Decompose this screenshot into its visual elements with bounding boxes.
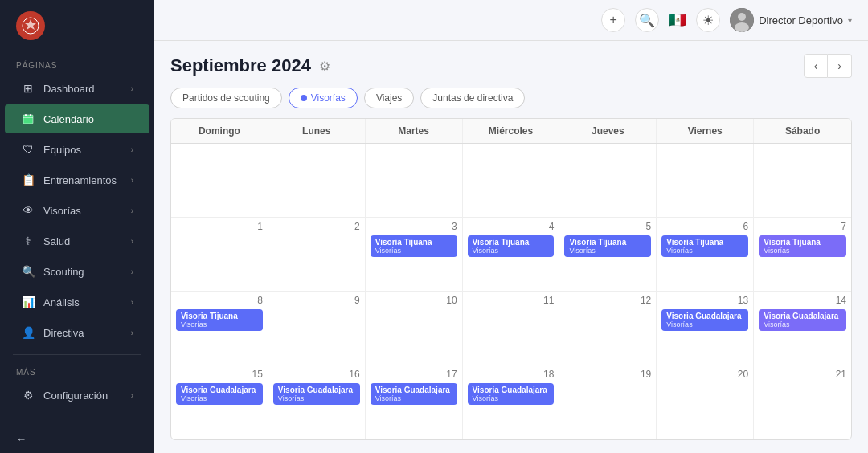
calendar-cell-r2-c3[interactable]: 11 <box>463 292 560 365</box>
calendar-cell-r1-c4[interactable]: 5Visoria TijuanaVisorías <box>559 218 657 291</box>
calendar-cell-r0-c1[interactable] <box>268 144 366 217</box>
theme-button[interactable]: ☀ <box>696 8 720 32</box>
add-button[interactable]: + <box>601 8 625 32</box>
event-title: Visoria Guadalajara <box>666 312 743 320</box>
cell-date: 16 <box>273 369 360 380</box>
calendar-cell-r3-c1[interactable]: 16Visoria GuadalajaraVisorías <box>268 365 366 439</box>
calendar-cell-r2-c5[interactable]: 13Visoria GuadalajaraVisorías <box>657 292 754 365</box>
event-badge[interactable]: Visoria GuadalajaraVisorías <box>176 383 263 405</box>
calendar-cell-r1-c0[interactable]: 1 <box>171 218 268 291</box>
event-badge[interactable]: Visoria GuadalajaraVisorías <box>371 383 457 405</box>
event-badge[interactable]: Visoria GuadalajaraVisorías <box>468 383 555 405</box>
day-header-miercoles: Miércoles <box>463 119 560 143</box>
sidebar-item-scouting[interactable]: 🔍 Scouting › <box>5 257 149 286</box>
add-icon: + <box>610 13 617 27</box>
event-title: Visoria Guadalajara <box>375 386 452 394</box>
chevron-directiva: › <box>131 329 133 337</box>
user-chevron: ▾ <box>848 16 852 25</box>
filter-tab-viajes[interactable]: Viajes <box>364 88 414 108</box>
entrenamientos-icon: 📋 <box>21 173 35 187</box>
calendar-cell-r3-c2[interactable]: 17Visoria GuadalajaraVisorías <box>366 365 463 439</box>
filter-tab-juntas[interactable]: Juntas de directiva <box>420 88 525 108</box>
event-badge[interactable]: Visoria GuadalajaraVisorías <box>759 309 846 331</box>
filter-label-visorias: Visorías <box>311 92 346 104</box>
calendar-cell-r2-c0[interactable]: 8Visoria TijuanaVisorías <box>171 292 268 365</box>
calendar-cell-r3-c6[interactable]: 21 <box>754 365 851 439</box>
calendar-cell-r2-c2[interactable]: 10 <box>366 292 463 365</box>
calendar-cell-r0-c5[interactable] <box>657 144 754 217</box>
event-badge[interactable]: Visoria TijuanaVisorías <box>468 235 555 257</box>
calendar-cell-r1-c2[interactable]: 3Visoria TijuanaVisorías <box>366 218 463 291</box>
calendar-cell-r2-c6[interactable]: 14Visoria GuadalajaraVisorías <box>754 292 851 365</box>
event-badge[interactable]: Visoria TijuanaVisorías <box>661 235 748 257</box>
sidebar-item-salud[interactable]: ⚕ Salud › <box>5 226 149 255</box>
event-sub: Visorías <box>181 394 258 402</box>
event-badge[interactable]: Visoria GuadalajaraVisorías <box>273 383 360 405</box>
sidebar-label-equipos: Equipos <box>43 144 81 156</box>
cell-date: 11 <box>468 295 555 306</box>
cell-date: 1 <box>176 221 263 232</box>
filter-tab-partidos[interactable]: Partidos de scouting <box>170 88 282 108</box>
sidebar-item-dashboard[interactable]: ⊞ Dashboard › <box>5 74 149 103</box>
event-title: Visoria Guadalajara <box>181 386 258 394</box>
cell-date: 3 <box>371 221 457 232</box>
pages-section-label: PÁGINAS <box>0 51 154 73</box>
cell-date: 14 <box>759 295 846 306</box>
flag-icon[interactable]: 🇲🇽 <box>669 11 686 29</box>
filter-tabs: Partidos de scouting Visorías Viajes Jun… <box>170 88 852 108</box>
day-header-sabado: Sábado <box>754 119 851 143</box>
calendar-cell-r3-c5[interactable]: 20 <box>657 365 754 439</box>
cell-date: 18 <box>468 369 555 380</box>
calendar-cell-r1-c3[interactable]: 4Visoria TijuanaVisorías <box>463 218 560 291</box>
calendar-cell-r0-c4[interactable] <box>559 144 657 217</box>
logo-icon <box>16 11 45 40</box>
calendar-row-3: 15Visoria GuadalajaraVisorías16Visoria G… <box>171 365 851 439</box>
cell-date: 7 <box>759 221 846 232</box>
event-badge[interactable]: Visoria GuadalajaraVisorías <box>661 309 748 331</box>
event-badge[interactable]: Visoria TijuanaVisorías <box>759 235 846 257</box>
sidebar-logo <box>0 0 154 51</box>
calendar-cell-r1-c5[interactable]: 6Visoria TijuanaVisorías <box>657 218 754 291</box>
sidebar-label-calendario: Calendario <box>43 113 94 125</box>
calendar-cell-r3-c4[interactable]: 19 <box>559 365 657 439</box>
calendar-month-year: Septiembre 2024 <box>170 55 311 76</box>
chevron-salud: › <box>131 237 133 246</box>
svg-rect-2 <box>25 114 27 116</box>
calendar-next-button[interactable]: › <box>828 54 852 78</box>
calendar-prev-button[interactable]: ‹ <box>804 54 828 78</box>
day-header-domingo: Domingo <box>171 119 268 143</box>
dashboard-icon: ⊞ <box>21 81 35 96</box>
user-menu[interactable]: Director Deportivo ▾ <box>730 8 852 32</box>
sidebar-item-calendario[interactable]: Calendario <box>5 104 149 133</box>
event-badge[interactable]: Visoria TijuanaVisorías <box>564 235 651 257</box>
search-button[interactable]: 🔍 <box>635 8 659 32</box>
calendar-grid: Domingo Lunes Martes Miércoles Jueves Vi… <box>170 118 852 440</box>
calendar-cell-r2-c1[interactable]: 9 <box>268 292 366 365</box>
event-badge[interactable]: Visoria TijuanaVisorías <box>176 309 263 331</box>
sidebar-item-configuracion[interactable]: ⚙ Configuración › <box>5 381 149 410</box>
calendar-cell-r2-c4[interactable]: 12 <box>559 292 657 365</box>
sidebar-collapse-btn[interactable]: ← <box>0 425 154 453</box>
sidebar-item-entrenamientos[interactable]: 📋 Entrenamientos › <box>5 165 149 194</box>
calendar-cell-r0-c0[interactable] <box>171 144 268 217</box>
event-sub: Visorías <box>473 247 550 255</box>
calendar-cell-r1-c1[interactable]: 2 <box>268 218 366 291</box>
event-badge[interactable]: Visoria TijuanaVisorías <box>371 235 457 257</box>
calendar-cell-r0-c3[interactable] <box>463 144 560 217</box>
sidebar-item-equipos[interactable]: 🛡 Equipos › <box>5 135 149 164</box>
sidebar-item-analisis[interactable]: 📊 Análisis › <box>5 288 149 316</box>
chevron-dashboard: › <box>131 84 133 93</box>
calendar-cell-r3-c3[interactable]: 18Visoria GuadalajaraVisorías <box>463 365 560 439</box>
calendar-settings-button[interactable]: ⚙ <box>319 59 330 74</box>
calendar-cell-r0-c6[interactable] <box>754 144 851 217</box>
calendar-header: Septiembre 2024 ⚙ ‹ › <box>170 54 852 78</box>
sidebar-item-directiva[interactable]: 👤 Directiva › <box>5 318 149 347</box>
filter-tab-visorias[interactable]: Visorías <box>289 88 358 108</box>
calendar-cell-r0-c2[interactable] <box>366 144 463 217</box>
calendar-cell-r3-c0[interactable]: 15Visoria GuadalajaraVisorías <box>171 365 268 439</box>
chevron-visorias: › <box>131 206 133 215</box>
filter-label-viajes: Viajes <box>376 92 402 104</box>
sidebar-item-visorias[interactable]: 👁 Visorías › <box>5 196 149 225</box>
calendar-cell-r1-c6[interactable]: 7Visoria TijuanaVisorías <box>754 218 851 291</box>
prev-icon: ‹ <box>814 59 818 72</box>
